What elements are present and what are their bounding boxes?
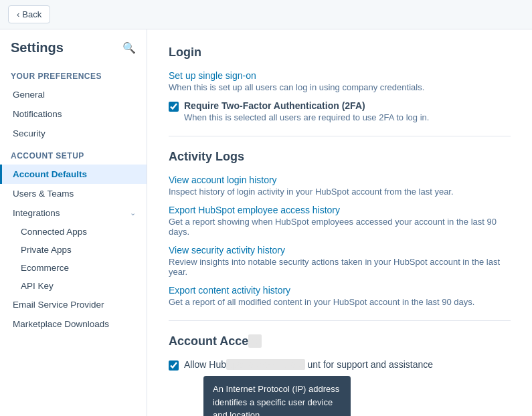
sidebar-item-connected-apps[interactable]: Connected Apps: [0, 223, 147, 241]
export-employee-access-link[interactable]: Export HubSpot employee access history: [169, 205, 340, 215]
sidebar-section-your-preferences: Your Preferences: [0, 64, 147, 85]
export-content-activity-item: Export content activity history Get a re…: [169, 285, 511, 307]
twofa-desc: When this is selected all users are requ…: [184, 112, 429, 122]
sidebar-item-security[interactable]: Security: [0, 124, 147, 143]
export-employee-access-desc: Get a report showing when HubSpot employ…: [169, 217, 511, 237]
sso-link-item: Set up single sign-on When this is set u…: [169, 70, 511, 92]
sidebar-item-marketplace-downloads[interactable]: Marketplace Downloads: [0, 314, 147, 334]
twofa-label: Require Two-Factor Authentication (2FA): [184, 100, 429, 111]
integrations-label: Integrations: [13, 208, 60, 218]
divider-2: [169, 320, 511, 321]
sidebar-item-notifications[interactable]: Notifications: [0, 104, 147, 124]
export-content-activity-link[interactable]: Export content activity history: [169, 285, 290, 296]
sidebar-item-integrations[interactable]: Integrations ⌄: [0, 203, 147, 223]
sidebar-item-general[interactable]: General: [0, 85, 147, 104]
sidebar-item-email-service-provider[interactable]: Email Service Provider: [0, 295, 147, 314]
twofa-checkbox[interactable]: [169, 102, 179, 112]
sidebar-item-users-teams[interactable]: Users & Teams: [0, 184, 147, 203]
sso-desc: When this is set up all users can log in…: [169, 82, 511, 92]
sidebar-title-text: Settings: [11, 40, 64, 56]
sso-link[interactable]: Set up single sign-on: [169, 70, 256, 81]
activity-logs-title: Activity Logs: [169, 150, 511, 164]
sidebar: Settings 🔍 Your Preferences General Noti…: [0, 29, 147, 416]
view-login-history-desc: Inspect history of login activity in you…: [169, 187, 511, 197]
sidebar-item-private-apps[interactable]: Private Apps: [0, 241, 147, 259]
export-content-activity-desc: Get a report of all modified content in …: [169, 297, 511, 307]
divider-1: [169, 136, 511, 136]
view-security-activity-desc: Review insights into notable security ac…: [169, 257, 511, 277]
sidebar-section-account-setup: Account Setup: [0, 143, 147, 165]
tooltip-text: An Internet Protocol (IP) address identi…: [213, 384, 339, 416]
back-chevron-icon: ‹: [17, 9, 19, 19]
login-section-title: Login: [169, 45, 511, 60]
account-access-section: Account Access Allow HubSpot access to a…: [169, 334, 511, 371]
back-label: Back: [22, 9, 41, 19]
account-access-title: Account Access: [169, 334, 511, 348]
top-bar: ‹ Back: [0, 0, 532, 29]
export-employee-access-item: Export HubSpot employee access history G…: [169, 205, 511, 237]
allow-hubspot-row: Allow HubSpot access to accunt for suppo…: [169, 359, 511, 371]
sidebar-item-ecommerce[interactable]: Ecommerce: [0, 259, 147, 277]
allow-hubspot-checkbox[interactable]: [169, 360, 179, 371]
view-login-history-link[interactable]: View account login history: [169, 175, 277, 185]
chevron-down-icon: ⌄: [130, 209, 136, 217]
view-login-history-item: View account login history Inspect histo…: [169, 175, 511, 197]
allow-hubspot-text: Allow HubSpot access to accunt for suppo…: [184, 359, 433, 370]
sidebar-item-api-key[interactable]: API Key: [0, 277, 147, 295]
view-security-activity-item: View security activity history Review in…: [169, 245, 511, 277]
content-area: Login Set up single sign-on When this is…: [147, 29, 532, 416]
twofa-row: Require Two-Factor Authentication (2FA) …: [169, 100, 511, 122]
main-layout: Settings 🔍 Your Preferences General Noti…: [0, 29, 532, 416]
search-icon[interactable]: 🔍: [122, 41, 136, 54]
sidebar-item-account-defaults[interactable]: Account Defaults: [0, 165, 147, 184]
back-button[interactable]: ‹ Back: [8, 5, 50, 23]
sidebar-title: Settings 🔍: [0, 40, 147, 64]
tooltip-bubble: An Internet Protocol (IP) address identi…: [203, 376, 351, 416]
view-security-activity-link[interactable]: View security activity history: [169, 245, 285, 255]
